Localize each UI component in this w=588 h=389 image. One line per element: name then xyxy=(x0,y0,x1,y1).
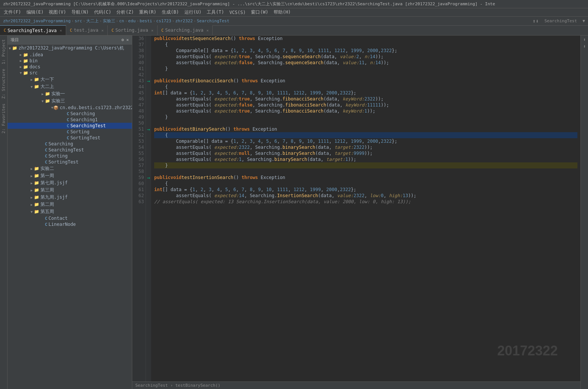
tab-close-icon[interactable]: ✕ xyxy=(101,28,104,32)
nav-item[interactable]: 大二上 xyxy=(86,18,99,24)
number-literal: 11 xyxy=(359,60,364,66)
java-class-icon: C xyxy=(67,117,70,122)
number-literal: 7 xyxy=(241,187,244,193)
structure-panel-label[interactable]: Z: Structure xyxy=(0,66,7,101)
number-literal: 2322 xyxy=(340,187,351,193)
menu-item[interactable]: 文件(F) xyxy=(2,9,23,16)
code-line: { xyxy=(154,42,577,48)
tree-item[interactable]: ▼📦cn.edu.besti.cs1723.zhr2322 xyxy=(8,105,132,111)
param-hint: expected: xyxy=(214,156,239,162)
menu-item[interactable]: 帮助(H) xyxy=(271,9,293,16)
nav-item[interactable]: SearchingTest xyxy=(197,19,229,23)
tree-item[interactable]: ▶📁第一周 xyxy=(8,172,132,179)
tab-Sorting-java[interactable]: CSorting.java✕ xyxy=(108,25,158,35)
tree-item[interactable]: ▼📁实验三 xyxy=(8,97,132,105)
tree-container[interactable]: ▼📁zhr20172322_javaProgramming C:\Users\机… xyxy=(8,45,132,389)
tree-indent xyxy=(8,173,29,179)
line-number: 55 xyxy=(134,150,144,156)
java-class-icon: C xyxy=(45,160,48,165)
java-file-icon: C xyxy=(4,28,6,32)
tree-item[interactable]: CSorting xyxy=(8,153,132,159)
menu-item[interactable]: 编辑(E) xyxy=(24,9,46,16)
project-panel-label[interactable]: 1: Project xyxy=(0,37,7,66)
panel-settings-icon[interactable]: ⚙ ✕ xyxy=(121,37,129,42)
tree-item-label: src xyxy=(29,70,38,76)
nav-item[interactable]: 实验三 xyxy=(103,18,115,24)
tree-item[interactable]: ▶📁实验二 xyxy=(8,165,132,172)
tree-item-label: Searching xyxy=(48,141,73,147)
menu-item[interactable]: 代码(C) xyxy=(92,9,114,16)
tree-item[interactable]: CSortingTest xyxy=(8,159,132,165)
tab-test-java[interactable]: Ctest.java✕ xyxy=(66,25,108,35)
tree-item[interactable]: ▶📁实验一 xyxy=(8,90,132,97)
number-literal: 14 xyxy=(375,60,381,66)
nav-item[interactable]: cn xyxy=(119,19,124,23)
favorites-panel-label[interactable]: 2: Favorites xyxy=(0,101,7,136)
tree-item[interactable]: CSearchingTest xyxy=(8,147,132,153)
right-nav-icon[interactable]: ⬆ xyxy=(583,37,586,42)
nav-item[interactable]: besti xyxy=(140,19,152,23)
tree-arrow: ▼ xyxy=(19,71,23,75)
nav-item[interactable]: src xyxy=(74,19,82,23)
tree-item[interactable]: CSortingTest xyxy=(8,135,132,141)
menu-item[interactable]: 工具(T) xyxy=(204,9,226,16)
menu-item[interactable]: 导航(N) xyxy=(69,9,91,16)
tree-item[interactable]: CSorting xyxy=(8,129,132,135)
number-literal: 1999 xyxy=(351,48,362,54)
gutter-marker xyxy=(146,102,151,108)
tree-item[interactable]: ▶📁第七周.jsjf xyxy=(8,179,132,187)
tab-close-icon[interactable]: ✕ xyxy=(206,28,209,32)
gutter-marker xyxy=(146,138,151,144)
tree-item[interactable]: ▶📁第九周.jsjf xyxy=(8,194,132,201)
nav-item[interactable]: edu xyxy=(128,19,136,23)
tree-arrow: ▶ xyxy=(29,188,34,192)
gutter-marker xyxy=(146,162,151,168)
tree-item[interactable]: CContact xyxy=(8,215,132,221)
code-area[interactable]: public void testSequenceSearch() throws … xyxy=(151,36,580,381)
nav-right-label: SearchingTest xyxy=(545,19,577,23)
nav-dropdown-icon[interactable]: ▼ xyxy=(582,19,585,23)
tree-item[interactable]: ▼📁第五周 xyxy=(8,208,132,215)
menu-item[interactable]: 分析(Z) xyxy=(114,9,136,16)
tab-Searching-java[interactable]: CSearching.java✕ xyxy=(158,25,213,35)
tree-item[interactable]: CSearching1 xyxy=(8,117,132,123)
tree-item[interactable]: ▼📁大二上 xyxy=(8,83,132,90)
tab-close-icon[interactable]: ✕ xyxy=(60,28,62,32)
menu-item[interactable]: 窗口(W) xyxy=(249,9,271,16)
tree-item[interactable]: ▶📁.idea xyxy=(8,52,132,58)
tree-item[interactable]: ▶📁第三周 xyxy=(8,187,132,194)
tree-item[interactable]: ▶📁bin xyxy=(8,58,132,64)
tab-close-icon[interactable]: ✕ xyxy=(151,28,153,32)
tab-SearchingTest-java[interactable]: CSearchingTest.java✕ xyxy=(0,25,66,35)
tree-item[interactable]: CSearching xyxy=(8,111,132,117)
boolean-literal: false xyxy=(239,102,252,108)
tree-item[interactable]: ▼📁src xyxy=(8,70,132,76)
tree-item[interactable]: ▶📁docs xyxy=(8,64,132,70)
tree-indent xyxy=(8,91,40,97)
tree-item[interactable]: CLinearNode xyxy=(8,221,132,227)
nav-item[interactable]: zhr20172322_javaProgramming xyxy=(3,19,71,23)
line-number: 45 xyxy=(134,90,144,96)
tree-item[interactable]: ▼📁zhr20172322_javaProgramming C:\Users\机 xyxy=(8,45,132,52)
nav-item[interactable]: cs1723 xyxy=(156,19,171,23)
keyword: int xyxy=(154,187,162,193)
right-nav-down-icon[interactable]: ⬇ xyxy=(583,44,586,49)
tree-item[interactable]: ▶📁大一下 xyxy=(8,76,132,83)
keyword: public xyxy=(154,78,170,84)
menu-item[interactable]: 生成(B) xyxy=(159,9,181,16)
number-literal: 2322 xyxy=(381,138,392,144)
menu-item[interactable]: 重构(R) xyxy=(137,9,159,16)
line-number: 46 xyxy=(134,96,144,102)
tree-item[interactable]: CSearchingTest xyxy=(8,123,132,129)
menu-item[interactable]: VCS(S) xyxy=(227,9,248,15)
tree-item[interactable]: ▶📁第二周 xyxy=(8,201,132,208)
tree-item[interactable]: CSearching xyxy=(8,141,132,147)
menu-item[interactable]: 视图(V) xyxy=(46,9,68,16)
number-literal: 1212 xyxy=(294,187,305,193)
tree-indent xyxy=(8,216,40,221)
menu-item[interactable]: 运行(U) xyxy=(182,9,204,16)
tree-item-label: SortingTest xyxy=(70,135,100,140)
nav-item[interactable]: zhr2322 xyxy=(175,19,193,23)
line-number: 56 xyxy=(134,156,144,162)
editor-breadcrumb: SearchingTest › testBinarySearch() xyxy=(132,381,580,389)
